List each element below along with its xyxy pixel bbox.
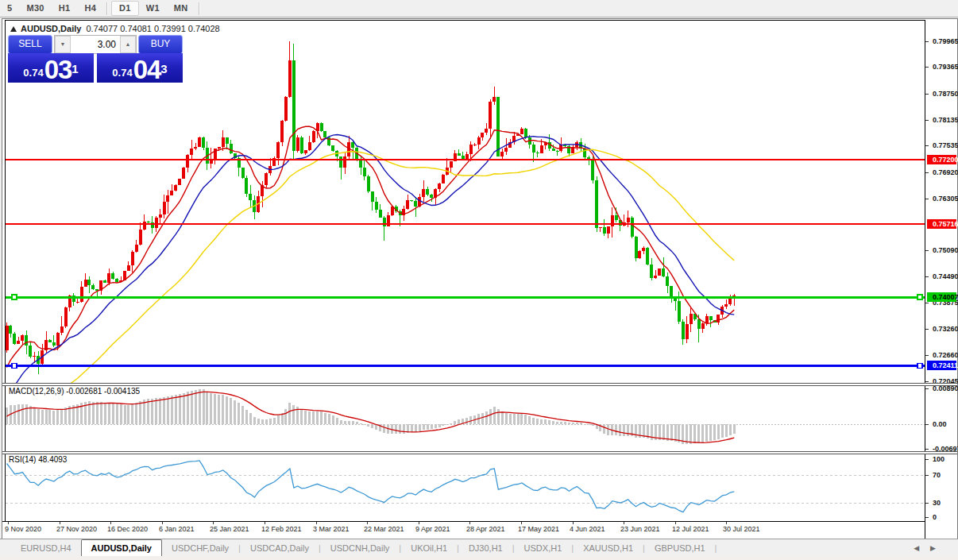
indicator-axis-tick: 0 — [933, 513, 937, 521]
timeframe-button-w1[interactable]: W1 — [139, 1, 167, 16]
price-axis-tick: 0.77535 — [933, 141, 958, 149]
time-axis-tick-mark — [60, 522, 60, 524]
buy-price-sup: 3 — [160, 53, 167, 85]
axis-tick-mark — [925, 276, 929, 277]
tab-gbpusd-h1[interactable]: GBPUSD,H1 — [645, 539, 715, 557]
time-axis-label: 4 Jun 2021 — [570, 525, 605, 533]
chart-tab-bar: EURUSD,H4 AUDUSD,Daily USDCHF,Daily | US… — [0, 539, 958, 557]
time-axis-tick-mark — [367, 522, 368, 524]
volume-increase-icon[interactable]: ▲ — [120, 36, 136, 53]
tab-usdchf-daily[interactable]: USDCHF,Daily — [162, 539, 238, 557]
one-click-trade-panel: SELL ▼ 3.00 ▲ BUY 0.74 03 1 0.74 04 3 — [8, 35, 183, 83]
axis-tick-mark — [925, 475, 929, 476]
rsi-pane-canvas[interactable] — [6, 454, 925, 521]
sell-price-big: 03 — [44, 59, 72, 81]
axis-tick-mark — [925, 172, 929, 173]
sell-price-sup: 1 — [71, 53, 78, 85]
price-axis[interactable]: 0.772000.757160.740070.724110.799650.793… — [925, 20, 957, 539]
price-axis-tick: 0.79365 — [933, 63, 958, 71]
time-axis-tick-mark — [469, 522, 470, 524]
time-axis-label: 23 Jun 2021 — [620, 525, 660, 533]
tab-usdcad-daily[interactable]: USDCAD,Daily — [241, 539, 319, 557]
chart-window: AUDUSD,Daily0.74077 0.74081 0.73991 0.74… — [2, 18, 958, 539]
volume-value[interactable]: 3.00 — [71, 36, 120, 53]
timeframe-button-d1[interactable]: D1 — [111, 1, 139, 16]
time-axis-tick-mark — [162, 522, 163, 524]
time-axis-tick-mark — [675, 522, 676, 524]
timeframe-button-h4[interactable]: H4 — [77, 1, 103, 16]
time-axis[interactable]: 9 Nov 202027 Nov 202016 Dec 20206 Jan 20… — [2, 521, 957, 539]
tab-dj30-h1[interactable]: DJ30,H1 — [459, 539, 512, 557]
sell-button[interactable]: SELL — [8, 35, 52, 54]
tab-usdcnh-daily[interactable]: USDCNH,Daily — [321, 539, 400, 557]
macd-indicator-label: MACD(12,26,9) -0.002681 -0.004135 — [9, 387, 140, 396]
tab-separator: | — [715, 543, 717, 553]
price-axis-tick: 0.76920 — [933, 168, 958, 176]
time-axis-tick-mark — [419, 522, 419, 524]
axis-tick-mark — [925, 199, 929, 199]
axis-tick-mark — [925, 503, 929, 504]
pane-splitter-macd[interactable] — [2, 383, 957, 386]
time-axis-label: 17 May 2021 — [518, 525, 559, 533]
price-level-chip: 0.72411 — [927, 361, 956, 370]
tab-scroll-arrows[interactable]: ◀▶ — [914, 544, 947, 552]
axis-tick-mark — [925, 459, 929, 460]
axis-tick-mark — [925, 94, 929, 95]
toolbar-separator — [199, 2, 200, 15]
axis-tick-mark — [925, 120, 929, 121]
axis-tick-mark — [925, 329, 929, 330]
price-axis-tick: 0.74490 — [933, 272, 958, 280]
axis-tick-mark — [925, 388, 929, 389]
price-axis-tick: 0.78750 — [933, 90, 958, 98]
price-axis-tick: 0.79965 — [933, 37, 958, 45]
time-axis-label: 3 Mar 2021 — [313, 525, 350, 533]
tab-eurusd-h4[interactable]: EURUSD,H4 — [11, 539, 81, 557]
volume-decrease-icon[interactable]: ▼ — [55, 36, 71, 53]
time-axis-tick-mark — [265, 522, 265, 524]
time-axis-tick-mark — [624, 522, 624, 524]
axis-tick-mark — [925, 517, 929, 518]
axis-tick-mark — [925, 424, 929, 425]
timeframe-button-m5[interactable]: 5 — [0, 1, 19, 16]
sell-price-display[interactable]: 0.74 03 1 — [8, 53, 94, 83]
axis-tick-mark — [925, 355, 929, 356]
symbol-label: AUDUSD,Daily — [21, 24, 81, 33]
tab-ukoil-h1[interactable]: UKOil,H1 — [401, 539, 457, 557]
buy-button[interactable]: BUY — [138, 35, 183, 54]
toolbar-separator — [106, 2, 108, 15]
time-axis-label: 30 Jul 2021 — [723, 525, 760, 533]
time-axis-label: 16 Dec 2020 — [107, 525, 148, 533]
axis-tick-mark — [925, 381, 929, 382]
indicator-axis-tick: 0.00 — [933, 420, 947, 428]
timeframe-button-m30[interactable]: M30 — [19, 1, 51, 16]
time-axis-label: 6 Jan 2021 — [159, 525, 195, 533]
indicator-axis-tick: 70 — [933, 471, 941, 479]
ohlc-quote-line: 0.74077 0.74081 0.73991 0.74028 — [86, 24, 219, 33]
price-axis-tick: 0.75090 — [933, 246, 958, 254]
time-axis-tick-mark — [521, 522, 522, 524]
timeframe-button-mn[interactable]: MN — [167, 1, 195, 16]
buy-price-display[interactable]: 0.74 04 3 — [97, 53, 183, 83]
tab-usdx-h1[interactable]: USDX,H1 — [515, 539, 572, 557]
collapse-triangle-icon[interactable] — [10, 26, 17, 32]
price-level-chip: 0.75716 — [927, 219, 956, 229]
price-axis-tick: 0.72660 — [933, 351, 958, 359]
price-level-chip: 0.74007 — [927, 292, 956, 302]
timeframe-button-h1[interactable]: H1 — [52, 1, 78, 16]
price-axis-tick: 0.78135 — [933, 116, 958, 124]
time-axis-label: 9 Apr 2021 — [415, 525, 450, 533]
tab-audusd-daily[interactable]: AUDUSD,Daily — [81, 539, 162, 557]
time-axis-tick-mark — [8, 522, 9, 524]
time-axis-label: 27 Nov 2020 — [56, 525, 97, 533]
macd-pane-canvas[interactable] — [6, 385, 925, 452]
buy-price-big: 04 — [133, 59, 161, 81]
tab-xauusd-h1[interactable]: XAUUSD,H1 — [574, 539, 643, 557]
pane-splitter-rsi[interactable] — [2, 451, 957, 454]
status-strip — [0, 556, 958, 560]
timeframe-toolbar: 5 M30 H1 H4 D1 W1 MN — [0, 0, 958, 17]
price-axis-tick: 0.76305 — [933, 195, 958, 203]
indicator-axis-tick: 30 — [933, 499, 941, 507]
time-axis-label: 12 Feb 2021 — [261, 525, 302, 533]
sell-price-small: 0.74 — [23, 65, 43, 81]
axis-tick-mark — [925, 449, 929, 450]
